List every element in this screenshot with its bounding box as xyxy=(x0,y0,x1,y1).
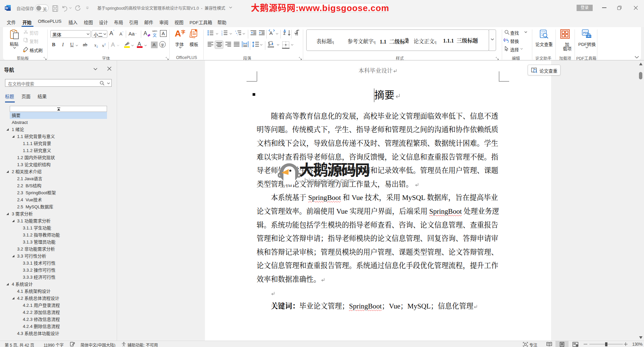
svg-text:3: 3 xyxy=(221,34,222,36)
svg-text:W: W xyxy=(5,6,8,10)
svg-text:i: i xyxy=(237,34,237,36)
